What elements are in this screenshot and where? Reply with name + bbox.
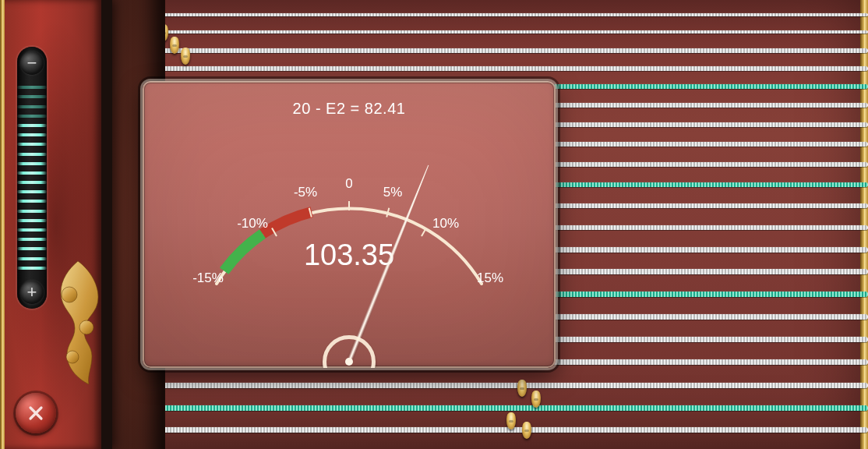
- ornament-swirl: [43, 257, 113, 390]
- scale-label-zero: 0: [345, 176, 352, 192]
- zoom-tick: [17, 228, 47, 232]
- zoom-in-button[interactable]: +: [20, 281, 44, 304]
- scale-label-p15: 15%: [477, 270, 503, 286]
- frequency-reading: 103.35: [143, 239, 556, 272]
- zoom-tick: [17, 181, 47, 184]
- instrument-string[interactable]: [118, 405, 868, 411]
- plus-icon: +: [27, 284, 37, 301]
- zoom-tick: [17, 247, 47, 250]
- scale-label-m5: -5%: [294, 185, 317, 200]
- zoom-tick: [17, 115, 47, 118]
- instrument-string[interactable]: [118, 427, 868, 433]
- zoom-tick: [17, 257, 47, 260]
- instrument-string[interactable]: [118, 30, 868, 34]
- zoom-tick: [17, 238, 47, 241]
- tuner-app: − +: [0, 0, 868, 449]
- zoom-tick: [17, 153, 47, 156]
- side-panel: − +: [0, 0, 112, 449]
- target-note-readout: 20 - E2 = 82.41: [143, 100, 556, 118]
- instrument-string[interactable]: [118, 13, 868, 16]
- zoom-track[interactable]: [11, 75, 53, 281]
- scale-label-m15: -15%: [192, 270, 224, 286]
- svg-point-2: [66, 351, 79, 363]
- zoom-tick: [17, 86, 47, 89]
- zoom-tick: [17, 171, 47, 175]
- instrument-string[interactable]: [118, 48, 868, 53]
- zoom-tick: [17, 133, 47, 136]
- zoom-tick: [17, 219, 47, 222]
- zoom-tick: [17, 143, 47, 146]
- scale-label-p5: 5%: [383, 185, 403, 200]
- zoom-tick: [17, 200, 47, 203]
- svg-point-1: [79, 320, 94, 334]
- scale-label-p10: 10%: [432, 216, 459, 232]
- svg-point-0: [62, 287, 77, 302]
- zoom-tick: [17, 124, 47, 127]
- scale-label-m10: -10%: [237, 216, 268, 232]
- zoom-tick: [17, 210, 47, 213]
- zoom-slider[interactable]: − +: [17, 47, 47, 309]
- close-icon: [26, 404, 45, 422]
- zoom-tick: [17, 267, 47, 270]
- minus-icon: −: [27, 55, 37, 72]
- instrument-string[interactable]: [118, 383, 868, 388]
- frame-gold-left: [0, 0, 5, 449]
- zoom-out-button[interactable]: −: [20, 51, 44, 75]
- zoom-tick: [17, 105, 47, 108]
- zoom-tick: [17, 95, 47, 98]
- instrument-string[interactable]: [118, 66, 868, 71]
- zoom-tick: [17, 162, 47, 165]
- zoom-tick: [17, 190, 47, 193]
- tuner-panel: 20 - E2 = 82.41 -15% -10%: [143, 81, 556, 368]
- close-button[interactable]: [16, 393, 56, 433]
